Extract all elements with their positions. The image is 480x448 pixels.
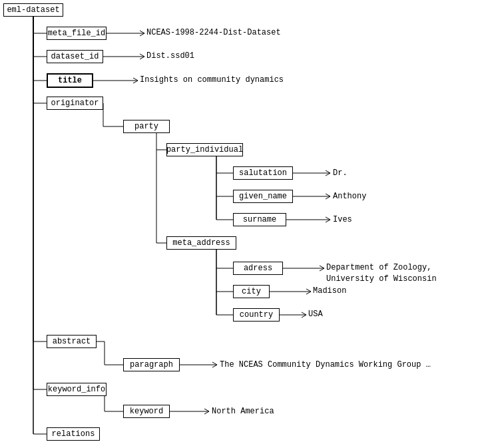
meta-address-label: meta_address (172, 238, 230, 248)
svg-line-54 (326, 196, 330, 199)
adress-label: adress (244, 264, 272, 273)
keyword-info-node: keyword_info (47, 383, 107, 396)
salutation-value: Dr. (333, 168, 348, 178)
dataset-id-label: dataset_id (51, 52, 99, 61)
svg-line-71 (212, 362, 217, 365)
party-label: party (134, 122, 158, 131)
diagram: eml-dataset meta_file_id dataset_id titl… (0, 0, 480, 448)
country-value: USA (308, 310, 323, 319)
title-label: title (58, 76, 82, 85)
given-name-label: given_name (239, 192, 287, 201)
paragraph-node: paragraph (123, 358, 180, 371)
given-name-value: Anthony (333, 192, 366, 201)
city-node: city (233, 285, 270, 298)
adress-node: adress (233, 262, 283, 275)
abstract-label: abstract (53, 337, 91, 346)
relations-node: relations (47, 427, 100, 441)
keyword-info-label: keyword_info (48, 385, 105, 394)
svg-line-65 (302, 312, 306, 315)
paragraph-label: paragraph (130, 360, 173, 369)
surname-node: surname (233, 213, 286, 226)
country-label: country (240, 310, 273, 320)
svg-line-78 (204, 411, 209, 414)
salutation-label: salutation (239, 168, 287, 178)
svg-line-16 (140, 31, 144, 33)
svg-line-57 (326, 220, 330, 222)
surname-label: surname (243, 215, 276, 224)
svg-line-51 (326, 173, 330, 176)
keyword-label: keyword (130, 407, 163, 416)
party-individual-label: party_individual (166, 145, 243, 154)
country-node: country (233, 308, 280, 322)
root-node: eml-dataset (3, 3, 63, 17)
meta-address-node: meta_address (166, 236, 236, 250)
dataset-id-value: Dist.ssd01 (146, 51, 194, 61)
root-label: eml-dataset (7, 5, 59, 15)
paragraph-value: The NCEAS Community Dynamics Working Gro… (220, 360, 431, 369)
svg-line-50 (326, 170, 330, 173)
svg-line-17 (140, 33, 144, 36)
svg-line-56 (326, 217, 330, 220)
svg-line-66 (302, 315, 306, 318)
dataset-id-node: dataset_id (47, 50, 103, 63)
svg-line-72 (212, 365, 217, 367)
surname-value: Ives (333, 215, 352, 224)
meta-file-id-label: meta_file_id (48, 29, 105, 38)
salutation-node: salutation (233, 166, 293, 180)
svg-line-60 (320, 268, 324, 271)
keyword-value: North America (212, 407, 274, 416)
svg-line-62 (306, 289, 311, 292)
title-value: Insights on community dynamics (140, 75, 284, 85)
svg-line-23 (133, 81, 138, 83)
svg-line-59 (320, 266, 324, 268)
svg-line-20 (140, 57, 144, 59)
svg-line-63 (306, 292, 311, 294)
svg-line-22 (133, 78, 138, 81)
originator-node: originator (47, 97, 103, 110)
meta-file-id-node: meta_file_id (47, 27, 107, 40)
adress-value: Department of Zoology,University of Wisc… (326, 262, 437, 285)
svg-line-77 (204, 409, 209, 411)
svg-line-19 (140, 54, 144, 57)
svg-line-53 (326, 194, 330, 196)
party-individual-node: party_individual (166, 143, 243, 156)
city-value: Madison (313, 286, 346, 296)
relations-label: relations (52, 429, 95, 439)
abstract-node: abstract (47, 335, 97, 348)
meta-file-id-value: NCEAS-1998-2244-Dist-Dataset (146, 28, 281, 37)
party-node: party (123, 120, 170, 133)
title-node: title (47, 73, 93, 88)
originator-label: originator (51, 99, 99, 108)
keyword-node: keyword (123, 405, 170, 418)
given-name-node: given_name (233, 190, 293, 203)
city-label: city (242, 287, 261, 296)
